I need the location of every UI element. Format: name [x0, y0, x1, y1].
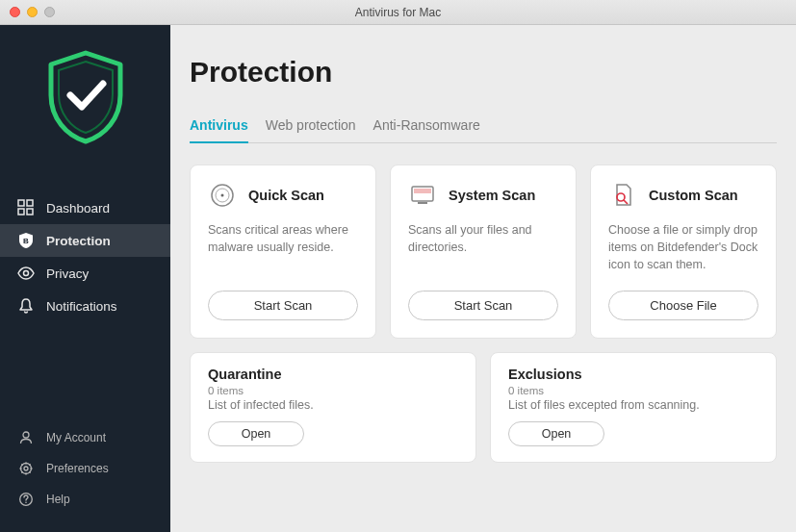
- sidebar: Dashboard B Protection Privacy Notificat…: [0, 25, 170, 532]
- scan-cards-row: Quick Scan Scans critical areas where ma…: [190, 165, 777, 339]
- card-title: System Scan: [449, 188, 535, 203]
- sidebar-item-help[interactable]: Help: [0, 484, 170, 515]
- gear-icon: [17, 460, 35, 477]
- svg-point-5: [24, 271, 29, 276]
- quarantine-open-button[interactable]: Open: [208, 421, 304, 446]
- exclusions-card: Exclusions 0 items List of files excepte…: [490, 352, 777, 463]
- sidebar-item-label: Preferences: [46, 462, 109, 475]
- maximize-icon[interactable]: [44, 7, 55, 17]
- quick-scan-button[interactable]: Start Scan: [208, 291, 358, 320]
- card-title: Quarantine: [208, 367, 458, 382]
- card-desc: Choose a file or simply drop items on Bi…: [608, 221, 758, 273]
- card-title: Quick Scan: [248, 188, 324, 203]
- help-icon: [17, 491, 35, 508]
- card-desc: List of files excepted from scanning.: [508, 398, 758, 412]
- custom-scan-icon: [608, 181, 637, 210]
- svg-rect-15: [414, 189, 431, 193]
- titlebar: Antivirus for Mac: [0, 0, 796, 25]
- tab-web-protection[interactable]: Web protection: [266, 117, 356, 143]
- quarantine-card: Quarantine 0 items List of infected file…: [190, 352, 476, 463]
- custom-scan-button[interactable]: Choose File: [608, 291, 758, 320]
- shield-check-icon: [43, 49, 128, 145]
- sidebar-item-label: Protection: [46, 234, 111, 248]
- card-title: Custom Scan: [649, 188, 738, 203]
- svg-point-8: [24, 467, 28, 470]
- exclusions-open-button[interactable]: Open: [508, 421, 604, 446]
- grid-icon: [17, 199, 35, 216]
- custom-scan-card: Custom Scan Choose a file or simply drop…: [590, 165, 777, 339]
- svg-rect-1: [27, 200, 33, 206]
- sidebar-item-label: Dashboard: [46, 201, 110, 215]
- tab-anti-ransomware[interactable]: Anti-Ransomware: [373, 117, 480, 143]
- card-desc: Scans all your files and directories.: [408, 221, 558, 273]
- svg-point-13: [221, 194, 224, 197]
- sidebar-item-notifications[interactable]: Notifications: [0, 290, 170, 322]
- tab-antivirus[interactable]: Antivirus: [190, 117, 248, 143]
- bell-icon: [17, 297, 35, 315]
- card-title: Exclusions: [508, 367, 758, 382]
- sidebar-item-privacy[interactable]: Privacy: [0, 257, 170, 290]
- bottom-cards-row: Quarantine 0 items List of infected file…: [190, 352, 777, 463]
- close-icon[interactable]: [10, 7, 20, 17]
- shield-icon: B: [17, 232, 35, 249]
- sidebar-item-account[interactable]: My Account: [0, 422, 170, 453]
- svg-text:B: B: [23, 237, 29, 245]
- item-count: 0 items: [208, 385, 458, 396]
- svg-line-18: [624, 200, 628, 204]
- system-scan-card: System Scan Scans all your files and dir…: [390, 165, 577, 339]
- tabs: Antivirus Web protection Anti-Ransomware: [190, 117, 777, 143]
- svg-rect-2: [18, 209, 24, 215]
- quick-scan-icon: [208, 181, 237, 210]
- sidebar-item-protection[interactable]: B Protection: [0, 224, 170, 257]
- page-title: Protection: [190, 56, 777, 89]
- eye-icon: [17, 265, 35, 282]
- quick-scan-card: Quick Scan Scans critical areas where ma…: [190, 165, 376, 339]
- svg-rect-0: [18, 200, 24, 206]
- svg-point-6: [23, 432, 29, 438]
- item-count: 0 items: [508, 385, 758, 396]
- sidebar-item-label: Privacy: [46, 266, 89, 281]
- user-icon: [17, 429, 35, 446]
- sidebar-item-dashboard[interactable]: Dashboard: [0, 191, 170, 224]
- system-scan-icon: [408, 181, 437, 210]
- svg-rect-16: [418, 202, 427, 204]
- card-desc: List of infected files.: [208, 398, 458, 412]
- svg-rect-3: [27, 209, 33, 215]
- svg-point-17: [617, 193, 625, 201]
- nav-bottom: My Account Preferences Help: [0, 422, 170, 532]
- minimize-icon[interactable]: [27, 7, 38, 17]
- sidebar-item-preferences[interactable]: Preferences: [0, 453, 170, 484]
- system-scan-button[interactable]: Start Scan: [408, 291, 558, 320]
- card-desc: Scans critical areas where malware usual…: [208, 221, 358, 273]
- nav-main: Dashboard B Protection Privacy Notificat…: [0, 191, 170, 322]
- sidebar-item-label: Notifications: [46, 299, 117, 314]
- main-content: Protection Antivirus Web protection Anti…: [170, 25, 796, 532]
- sidebar-item-label: My Account: [46, 431, 106, 444]
- window-controls: [10, 7, 55, 17]
- app-logo: [0, 49, 170, 145]
- window-title: Antivirus for Mac: [0, 6, 796, 19]
- sidebar-item-label: Help: [46, 493, 70, 506]
- svg-point-10: [25, 502, 27, 504]
